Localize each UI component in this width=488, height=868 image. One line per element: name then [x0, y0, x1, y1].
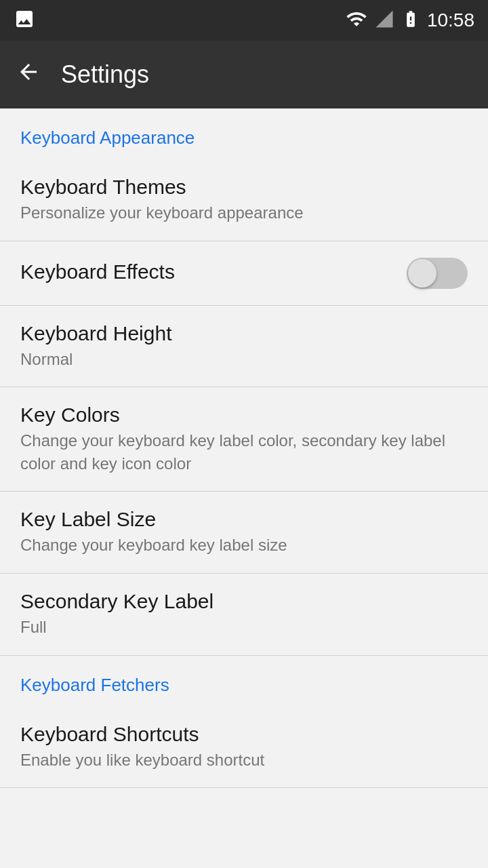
key-label-size-subtitle: Change your keyboard key label size — [20, 534, 468, 557]
keyboard-shortcuts-item[interactable]: Keyboard Shortcuts Enable you like keybo… — [0, 707, 488, 789]
keyboard-height-item[interactable]: Keyboard Height Normal — [0, 306, 488, 388]
secondary-key-label-subtitle: Full — [20, 616, 468, 639]
status-bar: 10:58 — [0, 0, 488, 41]
back-button[interactable] — [16, 60, 41, 90]
secondary-key-label-title: Secondary Key Label — [20, 590, 468, 613]
keyboard-effects-item[interactable]: Keyboard Effects — [0, 241, 488, 306]
section-header-keyboard-fetchers: Keyboard Fetchers — [0, 656, 488, 707]
key-colors-subtitle: Change your keyboard key label color, se… — [20, 429, 468, 475]
settings-content: Keyboard Appearance Keyboard Themes Pers… — [0, 108, 488, 788]
keyboard-height-title: Keyboard Height — [20, 322, 468, 345]
key-label-size-item[interactable]: Key Label Size Change your keyboard key … — [0, 492, 488, 574]
keyboard-height-subtitle: Normal — [20, 348, 468, 371]
status-time: 10:58 — [427, 9, 474, 31]
keyboard-themes-subtitle: Personalize your keyboard appearance — [20, 201, 468, 224]
keyboard-themes-item[interactable]: Keyboard Themes Personalize your keyboar… — [0, 159, 488, 241]
keyboard-shortcuts-title: Keyboard Shortcuts — [20, 723, 468, 746]
toggle-knob — [408, 259, 436, 288]
secondary-key-label-item[interactable]: Secondary Key Label Full — [0, 574, 488, 656]
status-bar-left — [14, 8, 35, 33]
keyboard-effects-title: Keyboard Effects — [20, 260, 407, 283]
key-colors-title: Key Colors — [20, 403, 468, 427]
app-bar: Settings — [0, 41, 488, 108]
section-header-keyboard-appearance: Keyboard Appearance — [0, 108, 488, 159]
keyboard-shortcuts-subtitle: Enable you like keyboard shortcut — [20, 749, 468, 772]
battery-icon — [401, 8, 420, 33]
status-bar-right: 10:58 — [346, 8, 474, 33]
page-title: Settings — [61, 60, 149, 89]
photo-icon — [14, 8, 35, 33]
keyboard-effects-toggle[interactable] — [407, 258, 468, 289]
keyboard-themes-title: Keyboard Themes — [20, 176, 468, 199]
key-colors-item[interactable]: Key Colors Change your keyboard key labe… — [0, 387, 488, 492]
wifi-icon — [346, 8, 367, 33]
key-label-size-title: Key Label Size — [20, 508, 468, 531]
signal-icon — [374, 8, 394, 33]
